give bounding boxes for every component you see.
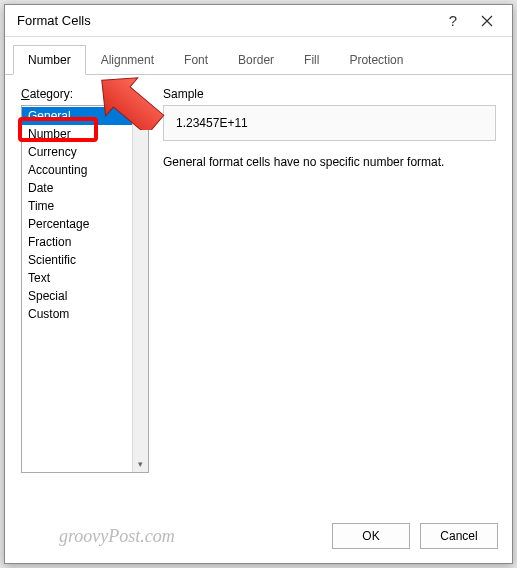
sample-value-box: 1.23457E+11	[163, 105, 496, 141]
dialog-title: Format Cells	[17, 13, 436, 28]
listbox-scrollbar[interactable]: ▴ ▾	[132, 106, 148, 472]
list-item[interactable]: Fraction	[22, 233, 132, 251]
format-description: General format cells have no specific nu…	[163, 155, 496, 169]
category-panel: Category: General Number Currency Accoun…	[21, 87, 149, 473]
tab-number[interactable]: Number	[13, 45, 86, 75]
list-item[interactable]: Currency	[22, 143, 132, 161]
tab-border[interactable]: Border	[223, 45, 289, 74]
sample-value: 1.23457E+11	[176, 116, 248, 130]
list-item[interactable]: Special	[22, 287, 132, 305]
category-listbox[interactable]: General Number Currency Accounting Date …	[21, 105, 149, 473]
tab-alignment[interactable]: Alignment	[86, 45, 169, 74]
watermark: groovyPost.com	[19, 526, 322, 547]
category-list: General Number Currency Accounting Date …	[22, 106, 132, 472]
list-item[interactable]: Number	[22, 125, 132, 143]
list-item[interactable]: Text	[22, 269, 132, 287]
category-label-accel: C	[21, 87, 30, 101]
detail-panel: Sample 1.23457E+11 General format cells …	[163, 87, 496, 473]
list-item[interactable]: Scientific	[22, 251, 132, 269]
help-button[interactable]: ?	[436, 7, 470, 35]
cancel-button[interactable]: Cancel	[420, 523, 498, 549]
list-item[interactable]: General	[22, 107, 132, 125]
list-item[interactable]: Percentage	[22, 215, 132, 233]
tab-strip: Number Alignment Font Border Fill Protec…	[5, 37, 512, 75]
tab-protection[interactable]: Protection	[334, 45, 418, 74]
category-label-text: ategory:	[30, 87, 73, 101]
tab-font[interactable]: Font	[169, 45, 223, 74]
titlebar: Format Cells ?	[5, 5, 512, 37]
list-item[interactable]: Time	[22, 197, 132, 215]
close-button[interactable]	[470, 7, 504, 35]
tab-fill[interactable]: Fill	[289, 45, 334, 74]
scroll-down-icon[interactable]: ▾	[133, 456, 148, 472]
scroll-up-icon[interactable]: ▴	[133, 106, 148, 122]
dialog-footer: groovyPost.com OK Cancel	[5, 513, 512, 563]
list-item[interactable]: Date	[22, 179, 132, 197]
format-cells-dialog: Format Cells ? Number Alignment Font Bor…	[4, 4, 513, 564]
ok-button[interactable]: OK	[332, 523, 410, 549]
list-item[interactable]: Custom	[22, 305, 132, 323]
sample-label: Sample	[163, 87, 496, 101]
category-label: Category:	[21, 87, 149, 101]
list-item[interactable]: Accounting	[22, 161, 132, 179]
dialog-body: Category: General Number Currency Accoun…	[5, 75, 512, 485]
close-icon	[481, 15, 493, 27]
